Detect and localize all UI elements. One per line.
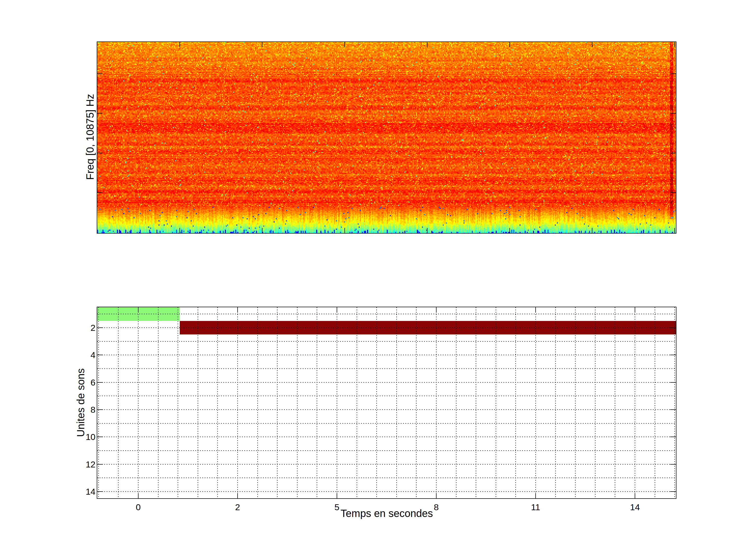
grid-line-vertical [98,307,99,498]
x-tick-label: 5 [335,501,339,513]
segments-plot [97,307,676,499]
x-tick-label: 2 [235,501,240,513]
grid-line-vertical [178,307,178,498]
grid-line-horizontal [97,423,676,424]
grid-line-horizontal [97,368,676,369]
grid-line-horizontal [97,478,676,478]
grid-line-horizontal [97,382,676,383]
grid-line-vertical [575,307,575,498]
grid-line-horizontal [97,491,676,492]
axis-tick-y [97,327,103,328]
grid-line-vertical [456,307,457,498]
axis-tick-y [97,382,103,383]
axis-tick-y [670,464,676,464]
grid-layer [97,307,676,498]
grid-line-vertical [615,307,615,498]
axis-tick-x [237,493,238,498]
axis-tick-x [138,493,138,498]
axis-tick-x [535,493,536,498]
grid-line-horizontal [97,314,676,314]
spectrogram-canvas [97,42,676,233]
grid-line-vertical [635,307,635,498]
spectrogram-plot [97,42,676,234]
y-tick-label: 4 [62,349,96,361]
grid-line-vertical [555,307,556,498]
grid-line-vertical [317,307,317,498]
grid-line-vertical [496,307,496,498]
grid-line-horizontal [97,355,676,355]
segment-bars-layer [97,307,676,498]
grid-line-vertical [376,307,377,498]
y-tick-label: 6 [62,376,96,389]
grid-line-vertical [337,307,337,498]
grid-line-horizontal [97,396,676,396]
axis-tick-y [97,464,103,464]
axis-tick-y [97,436,103,437]
grid-line-horizontal [97,327,676,328]
segment-bar-unit1 [97,307,180,321]
axis-tick-y [97,409,103,410]
axis-tick-y [670,382,676,383]
grid-line-vertical [357,307,357,498]
grid-line-vertical [674,307,675,498]
grid-line-vertical [396,307,397,498]
grid-line-vertical [138,307,138,498]
axis-tick-y [97,355,103,355]
grid-line-vertical [416,307,416,498]
grid-line-vertical [237,307,238,498]
axis-tick-y [670,491,676,492]
grid-line-vertical [198,307,198,498]
grid-line-horizontal [97,409,676,410]
axis-tick-x [535,307,536,313]
axis-tick-y [97,491,103,492]
spectrogram-ylabel: Freq [0, 10875] Hz [84,94,96,180]
axis-tick-x [138,307,138,313]
y-tick-label: 10 [62,431,96,443]
axis-tick-y [670,327,676,328]
axis-tick-y [670,409,676,410]
grid-line-horizontal [97,464,676,464]
grid-line-horizontal [97,341,676,342]
matlab-figure: Freq [0, 10875] Hz Unites de sons Temps … [0,0,747,560]
grid-line-horizontal [97,436,676,437]
grid-line-vertical [158,307,158,498]
y-tick-label: 2 [62,321,96,334]
segments-xlabel: Temps en secondes [340,508,433,519]
grid-line-vertical [257,307,258,498]
axis-tick-x [436,307,437,313]
grid-line-vertical [436,307,437,498]
grid-line-vertical [217,307,218,498]
segment-bar-unit2 [180,321,676,335]
grid-line-vertical [515,307,516,498]
axis-tick-x [237,307,238,313]
x-tick-label: 11 [531,501,540,513]
axis-tick-y [670,355,676,355]
x-tick-label: 8 [434,501,439,513]
grid-line-vertical [277,307,278,498]
x-tick-label: 14 [630,501,640,513]
y-tick-label: 14 [62,485,96,498]
grid-line-vertical [535,307,536,498]
grid-line-vertical [297,307,298,498]
axis-tick-y [670,436,676,437]
axis-tick-x [436,493,437,498]
grid-line-vertical [118,307,119,498]
axis-tick-x [635,307,635,313]
grid-line-vertical [476,307,476,498]
axis-ticks-layer [97,307,676,498]
grid-line-vertical [595,307,595,498]
axis-tick-x [337,307,337,313]
axis-tick-x [337,493,337,498]
y-tick-label: 12 [62,458,96,471]
y-tick-label: 8 [62,403,96,416]
x-tick-label: 0 [136,501,141,513]
grid-line-vertical [655,307,655,498]
grid-line-horizontal [97,450,676,451]
axis-tick-x [635,493,635,498]
